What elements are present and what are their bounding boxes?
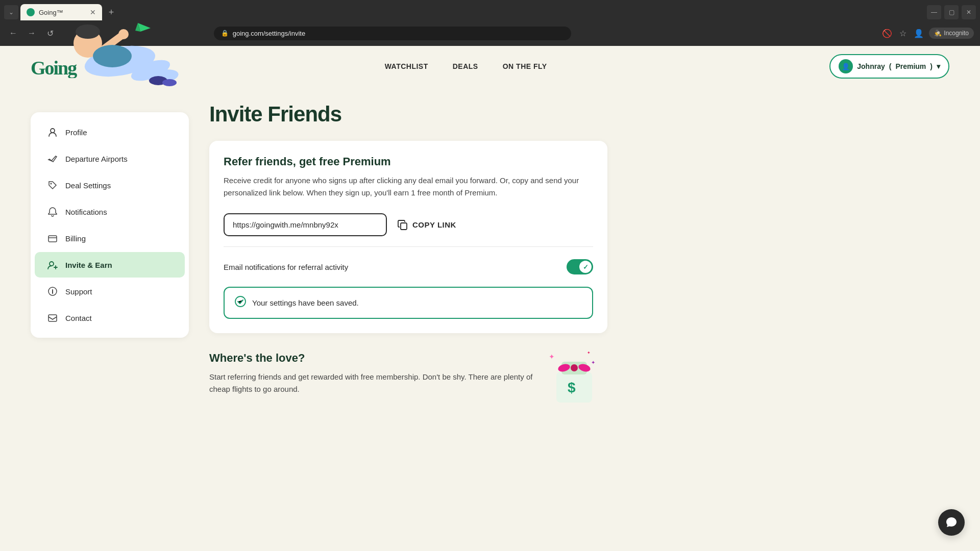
toggle-knob: ✓ [579,261,592,273]
user-badge: ( [889,62,892,70]
svg-point-14 [51,129,55,133]
svg-point-15 [51,183,52,185]
sidebar-item-label: Deal Settings [65,181,111,190]
profile-icon[interactable]: 👤 [912,27,926,40]
sidebar-item-label: Billing [65,234,86,243]
tab-favicon [27,8,35,16]
love-section-title: Where's the love? [209,352,536,365]
notification-row: Email notifications for referral activit… [224,255,593,279]
svg-text:✦: ✦ [587,350,591,355]
chat-button[interactable] [938,509,965,536]
browser-actions: 🚫 ☆ 👤 🕵️ Incognito [880,27,974,40]
sidebar-item-invite[interactable]: Invite & Earn [35,252,185,278]
copy-btn-label: COPY LINK [412,220,456,229]
sidebar: Profile Departure Airports [31,112,189,338]
person-illustration [41,0,184,89]
invite-icon [47,259,58,270]
restore-btn[interactable]: ▢ [944,5,959,19]
bell-icon [47,206,58,217]
section-desc: Receive credit for anyone who signs up a… [224,174,593,199]
love-illustration: ✦ ✦ ✦ $ [546,346,607,410]
sidebar-item-label: Contact [65,314,92,322]
svg-text:$: $ [568,380,576,395]
back-btn[interactable]: ← [6,26,20,40]
copy-icon [397,219,408,231]
forward-btn[interactable]: → [24,26,39,40]
contact-icon [47,312,58,323]
love-section: Where's the love? Start referring friend… [209,352,607,430]
section-title: Refer friends, get free Premium [224,155,593,168]
success-message: Your settings have been saved. [224,287,593,319]
sidebar-item-label: Profile [65,128,87,137]
tag-icon [47,180,58,191]
svg-rect-19 [48,315,57,321]
page-title: Invite Friends [209,102,607,127]
success-text: Your settings have been saved. [252,298,359,307]
referral-box: Refer friends, get free Premium Receive … [209,141,607,333]
billing-icon [47,233,58,244]
camera-off-icon[interactable]: 🚫 [880,27,894,40]
divider [224,246,593,247]
user-avatar: 👤 [839,59,853,73]
nav-on-the-fly[interactable]: ON THE FLY [503,62,547,70]
user-menu-btn[interactable]: 👤 Johnray (Premium) ▾ [829,54,949,79]
minimize-btn[interactable]: — [927,5,941,19]
referral-link-input[interactable] [224,213,387,236]
user-name: Johnray [857,62,885,70]
svg-point-10 [118,29,129,39]
main-nav: WATCHLIST DEALS ON THE FLY [385,62,547,70]
support-icon [47,286,58,297]
svg-point-17 [50,262,54,266]
check-icon: ✓ [583,263,589,271]
plane-icon [47,153,58,164]
svg-text:✦: ✦ [549,353,555,361]
chevron-down-icon: ▾ [937,62,940,70]
sidebar-item-label: Support [65,287,92,296]
sidebar-item-departure[interactable]: Departure Airports [35,146,185,171]
svg-text:✦: ✦ [591,360,595,365]
svg-point-26 [571,364,578,371]
main-layout: Profile Departure Airports [0,87,980,430]
profile-icon [47,127,58,138]
url-text: going.com/settings/invite [233,30,305,37]
svg-point-6 [162,79,177,86]
tab-list-btn[interactable]: ⌄ [4,5,18,19]
notification-label: Email notifications for referral activit… [224,263,348,271]
sidebar-item-profile[interactable]: Profile [35,119,185,145]
svg-point-11 [93,45,132,67]
svg-rect-20 [401,223,407,230]
sidebar-item-label: Departure Airports [65,155,128,163]
sidebar-item-deals[interactable]: Deal Settings [35,172,185,198]
svg-rect-16 [48,236,57,242]
url-bar[interactable]: 🔒 going.com/settings/invite [214,27,571,40]
referral-link-row: COPY LINK [224,213,593,236]
sidebar-item-label: Invite & Earn [65,261,112,269]
love-text: Where's the love? Start referring friend… [209,352,536,410]
page: Going ™ WATCHLIST DEALS ON THE FLY 👤 Joh… [0,46,980,551]
email-notification-toggle[interactable]: ✓ [567,259,593,274]
main-content: Invite Friends Refer friends, get free P… [209,87,607,430]
close-btn[interactable]: ✕ [962,5,976,19]
sidebar-item-billing[interactable]: Billing [35,226,185,251]
nav-deals[interactable]: DEALS [453,62,478,70]
sidebar-item-support[interactable]: Support [35,279,185,304]
sidebar-item-label: Notifications [65,208,107,216]
sidebar-item-notifications[interactable]: Notifications [35,199,185,224]
bookmark-icon[interactable]: ☆ [897,27,909,40]
incognito-badge: 🕵️ Incognito [929,28,974,39]
success-check-icon [235,296,246,310]
nav-watchlist[interactable]: WATCHLIST [385,62,428,70]
svg-point-8 [76,24,100,39]
lock-icon: 🔒 [221,30,229,37]
copy-link-btn[interactable]: COPY LINK [397,219,456,231]
sidebar-item-contact[interactable]: Contact [35,305,185,331]
love-section-desc: Start referring friends and get rewarded… [209,371,536,395]
